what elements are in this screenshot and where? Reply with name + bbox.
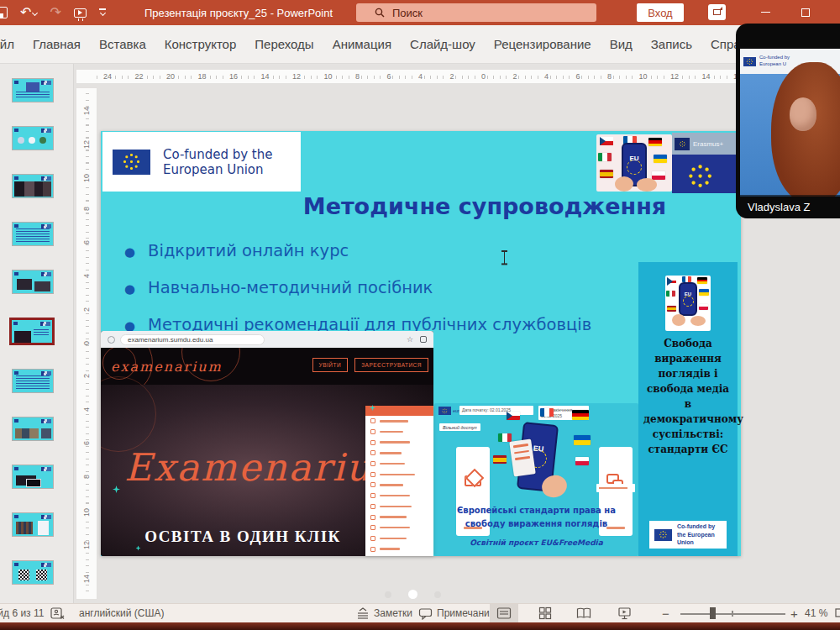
ruler-number: 4 [82, 274, 91, 278]
notes-icon [356, 606, 370, 620]
tab-slideshow[interactable]: Слайд-шоу [410, 37, 475, 51]
minimize-button[interactable] [751, 0, 780, 24]
slideshow-view-button[interactable] [610, 604, 638, 622]
flag-poland-icon [575, 457, 589, 465]
tab-animations[interactable]: Анимация [333, 37, 391, 51]
tab-view[interactable]: Вид [610, 37, 633, 51]
register-button[interactable]: ЗАРЕЄСТРУВАТИСЯ [354, 358, 428, 372]
slide-thumbnail-3[interactable] [12, 174, 54, 198]
save-icon[interactable] [0, 7, 8, 18]
ruler-number: 20 [165, 72, 176, 81]
search-input[interactable]: Поиск [356, 3, 596, 22]
ruler-number: 14 [701, 72, 711, 81]
zoom-slider-track[interactable] [680, 613, 785, 615]
lms-menu-item[interactable] [365, 448, 433, 459]
flag-czech-icon [600, 137, 613, 145]
normal-view-button[interactable] [490, 604, 518, 622]
undo-button[interactable]: ↶ [20, 5, 37, 20]
slide-thumbnail-2[interactable] [12, 126, 54, 150]
zoom-out-button[interactable]: − [662, 604, 669, 622]
accessibility-icon[interactable] [50, 604, 65, 622]
slide-canvas[interactable]: Co-funded by the European Union Методичн… [101, 131, 741, 556]
page-dot-active[interactable] [408, 590, 417, 599]
ruler-number: 22 [134, 72, 144, 81]
ruler-number: 2 [82, 307, 91, 312]
slide-thumbnail-panel[interactable] [0, 64, 74, 603]
slide-sorter-view-button[interactable] [531, 604, 559, 622]
lms-menu-item[interactable] [365, 491, 433, 501]
status-bar: Слайд 6 из 11 английский (США) Заметки П… [0, 603, 840, 622]
reading-view-button[interactable] [570, 604, 598, 622]
lms-menu-item[interactable] [365, 480, 433, 491]
language-status[interactable]: английский (США) [79, 604, 164, 622]
quick-access-toolbar: ↶ ↷ [0, 0, 106, 25]
sign-in-button[interactable]: Вход [637, 3, 684, 22]
lms-menu-item[interactable] [365, 543, 433, 554]
lms-menu-item[interactable] [365, 437, 433, 448]
slide-thumbnail-8[interactable] [12, 417, 54, 441]
tab-record[interactable]: Запись [651, 37, 692, 51]
zoom-level[interactable]: 41 % [805, 604, 827, 622]
text-cursor [501, 250, 508, 265]
eu-flag-icon [743, 57, 756, 66]
zoom-slider-thumb[interactable] [710, 607, 716, 619]
slide-thumbnail-4[interactable] [12, 222, 54, 246]
slide-thumbnail-7[interactable] [12, 369, 54, 393]
video-participant-overlay[interactable]: Co-funded by European U Vladyslava Z [736, 24, 840, 218]
title-bar: ↶ ↷ Презентація проєкту_25 - PowerPoint … [0, 0, 840, 25]
slide-thumbnail-10[interactable] [12, 512, 54, 537]
slide-thumbnail-5[interactable] [12, 270, 54, 294]
zoom-in-button[interactable]: + [790, 604, 798, 622]
ruler-number: 18 [197, 72, 207, 81]
slide-thumbnail-6-selected[interactable] [9, 318, 55, 345]
lms-menu-items [365, 416, 433, 554]
tab-review[interactable]: Рецензирование [494, 37, 591, 51]
ruler-number: 0 [480, 72, 486, 81]
slide-thumbnail-1[interactable] [12, 78, 54, 102]
comments-button[interactable]: Примечания [418, 604, 495, 622]
notes-button[interactable]: Заметки [356, 604, 412, 622]
login-button[interactable]: УВІЙТИ [312, 358, 349, 372]
lms-menu-item[interactable] [365, 459, 433, 470]
slide-thumbnail-11[interactable] [12, 560, 54, 585]
lms-menu-item[interactable] [365, 512, 433, 522]
flag-france-icon [682, 276, 691, 282]
eu-cofunded-logo: Co-funded by the European Union [102, 132, 301, 192]
tab-file[interactable]: Файл [0, 37, 14, 51]
search-placeholder: Поиск [392, 7, 423, 19]
start-slideshow-icon[interactable] [74, 8, 87, 18]
ruler-number: 2 [512, 72, 518, 81]
share-icon[interactable] [708, 4, 726, 20]
maximize-button[interactable] [791, 0, 820, 24]
graduation-cap-icon [465, 475, 481, 486]
pagination-dots[interactable] [385, 590, 441, 599]
erasmus-image: Erasmus+ [672, 133, 741, 193]
lms-menu-item[interactable] [365, 522, 433, 533]
tab-design[interactable]: Конструктор [165, 37, 237, 51]
bookmark-star-icon[interactable]: ☆ [407, 335, 413, 344]
chevron-down-icon [32, 10, 38, 16]
course-project: Освітній проєкт EU&FreeMedia [434, 538, 638, 547]
ruler-horizontal: 242220181614121086420246810121416 [76, 69, 840, 84]
tab-home[interactable]: Главная [33, 37, 81, 51]
browser-url-field[interactable]: examenarium.sumdu.edu.ua [120, 334, 265, 345]
fit-to-window-icon[interactable] [835, 604, 840, 622]
lms-menu-item[interactable] [365, 501, 433, 512]
ruler-number: 14 [82, 107, 91, 115]
tab-transitions[interactable]: Переходы [255, 37, 313, 51]
downloads-icon[interactable] [420, 336, 427, 343]
lms-menu-item[interactable] [365, 533, 433, 544]
customize-toolbar-icon[interactable] [99, 8, 106, 17]
page-dot[interactable] [385, 591, 391, 598]
ruler-number: 24 [102, 72, 113, 81]
ruler-number: 4 [82, 407, 91, 412]
lms-menu-item[interactable] [365, 416, 433, 427]
tab-insert[interactable]: Вставка [99, 37, 146, 51]
browser-toolbar: examenarium.sumdu.edu.ua ☆ [101, 331, 433, 348]
lms-menu-item[interactable] [365, 469, 433, 480]
slide-thumbnail-9[interactable] [12, 465, 54, 489]
lms-menu-header [365, 406, 433, 416]
lms-menu-item[interactable] [365, 427, 433, 438]
slide-title[interactable]: Методичне супроводження [244, 193, 726, 219]
page-dot[interactable] [434, 591, 441, 598]
